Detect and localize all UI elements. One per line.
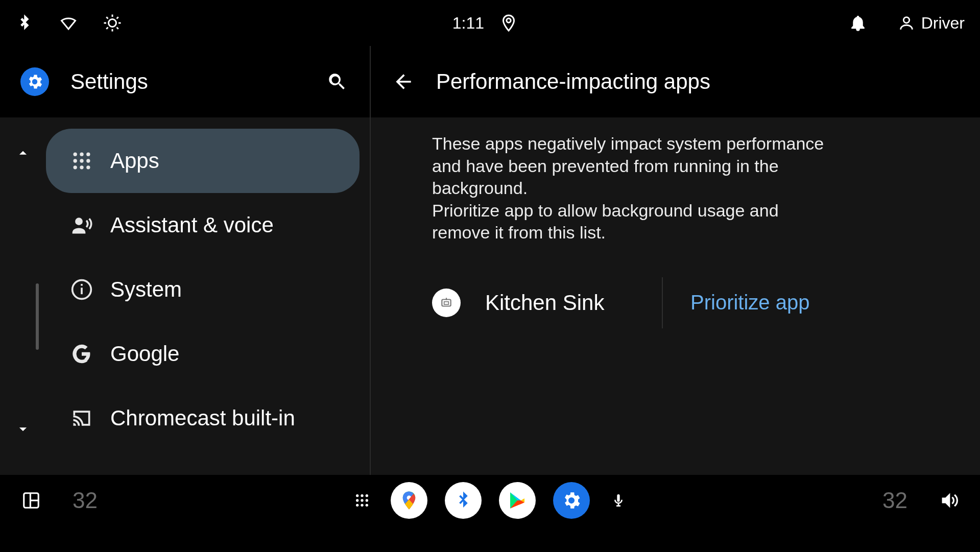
prioritize-app-button[interactable]: Prioritize app [690,291,809,314]
notifications-icon[interactable] [849,14,867,32]
sidebar-header: Settings [0,46,370,117]
assistant-voice-icon [69,213,94,237]
svg-line-6 [117,28,118,29]
vertical-divider [662,277,663,328]
svg-point-16 [74,165,77,169]
svg-rect-21 [81,287,83,294]
description-text: These apps negatively impact system perf… [432,133,830,244]
settings-app-button[interactable] [553,482,590,519]
content-body: These apps negatively impact system perf… [371,117,980,331]
scroll-up-button[interactable] [13,143,33,163]
svg-rect-39 [617,494,619,502]
dock-bar: 32 32 [0,475,980,526]
svg-point-17 [80,165,83,169]
temperature-left[interactable]: 32 [73,488,98,513]
sidebar-items: Apps Assistant & voice System [46,117,370,475]
user-label: Driver [921,14,965,33]
svg-point-18 [86,165,90,169]
sidebar-item-system[interactable]: System [46,257,360,322]
svg-line-8 [117,17,118,18]
app-row: Kitchen Sink Prioritize app [432,275,919,331]
main-area: Settings Apps [0,46,980,475]
svg-point-13 [74,159,77,162]
app-entry[interactable]: Kitchen Sink [432,289,657,317]
apps-grid-icon [69,149,94,173]
app-name-label: Kitchen Sink [485,291,604,315]
sidebar-item-label: Google [110,342,179,366]
brightness-icon [103,14,122,32]
svg-line-5 [106,17,108,18]
svg-point-34 [365,499,368,501]
svg-point-32 [356,499,358,501]
temperature-right[interactable]: 32 [882,488,907,513]
search-button[interactable] [325,69,349,94]
back-button[interactable] [391,69,416,94]
dashboard-icon[interactable] [20,490,42,511]
wifi-icon [59,14,78,32]
status-bar: 1:11 Driver [0,0,980,46]
svg-point-36 [361,504,363,507]
svg-point-9 [903,17,909,23]
svg-point-14 [80,159,83,162]
settings-app-icon [20,67,49,96]
content-header: Performance-impacting apps [371,46,980,117]
scroll-down-button[interactable] [13,419,33,439]
location-icon [499,14,518,32]
svg-point-30 [361,494,363,497]
sidebar-item-label: Assistant & voice [110,213,274,237]
kitchen-sink-app-icon [432,289,461,317]
volume-icon[interactable] [938,490,960,511]
voice-assistant-button[interactable] [607,489,630,512]
bluetooth-icon [15,14,34,32]
svg-point-15 [86,159,90,162]
sidebar-item-label: Apps [110,149,159,173]
svg-point-0 [109,19,116,27]
svg-point-19 [75,218,83,225]
sidebar-title: Settings [70,69,325,94]
svg-point-10 [74,153,77,156]
info-icon [69,277,94,302]
sidebar-scroll-controls [0,117,46,475]
sidebar-item-chromecast[interactable]: Chromecast built-in [46,386,360,450]
sidebar-item-assistant-voice[interactable]: Assistant & voice [46,193,360,257]
svg-point-12 [86,153,90,156]
scroll-indicator [36,283,39,350]
play-store-app-button[interactable] [499,482,536,519]
cast-icon [69,406,94,430]
svg-point-33 [361,499,363,501]
user-profile-button[interactable]: Driver [898,14,965,33]
google-g-icon [69,342,94,366]
svg-rect-22 [81,284,83,286]
svg-point-31 [365,494,368,497]
svg-line-7 [106,28,108,29]
sidebar-item-google[interactable]: Google [46,322,360,386]
app-launcher-button[interactable] [351,489,373,512]
bluetooth-app-button[interactable] [445,482,482,519]
maps-app-button[interactable] [391,482,427,519]
svg-rect-24 [444,301,449,304]
svg-rect-23 [442,299,450,306]
svg-point-11 [80,153,83,156]
sidebar-body: Apps Assistant & voice System [0,117,370,475]
svg-point-37 [365,504,368,507]
svg-point-35 [356,504,358,507]
clock-time: 1:11 [452,14,484,33]
content-pane: Performance-impacting apps These apps ne… [371,46,980,475]
sidebar: Settings Apps [0,46,371,475]
sidebar-item-label: Chromecast built-in [110,406,295,430]
sidebar-item-label: System [110,277,182,302]
page-title: Performance-impacting apps [436,69,710,94]
svg-point-29 [356,494,358,497]
sidebar-item-apps[interactable]: Apps [46,129,360,193]
